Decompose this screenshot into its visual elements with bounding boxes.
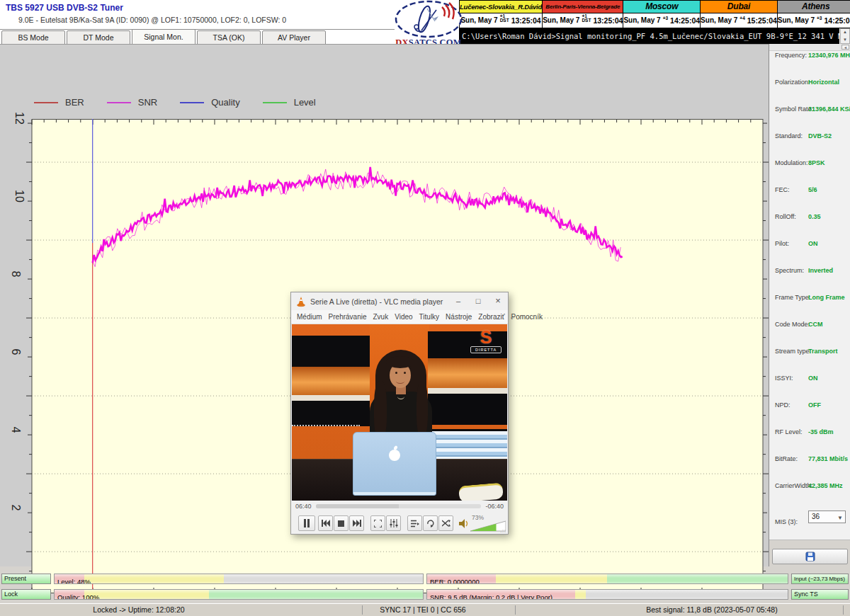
pause-button[interactable] [298,515,315,531]
menu-view[interactable]: Zobraziť [478,313,504,321]
tab-signal-mon[interactable]: Signal Mon. [132,29,196,45]
shuffle-button[interactable] [438,515,453,531]
param-symbol-rate: Symbol Rate:31396,844 KS/s [775,105,847,115]
sidebar-scrollbar[interactable]: ◄ [769,44,850,51]
param-mis: MIS (3): 36 ▼ [775,514,847,527]
legend-label-level: Level [294,97,316,108]
param-issyi: ISSYI:ON [775,375,847,384]
menu-subtitles[interactable]: Titulky [419,313,440,321]
clock-city: Berlin-Paris-Vienna-Belgrade [543,1,623,13]
vlc-window-title: Serie A Live (diretta) - VLC media playe… [310,297,448,306]
param-frequency: Frequency:12340,976 MHz [775,52,847,62]
param-carrier-width: CarrierWidth:42,385 MHz [775,482,847,492]
header-divider [0,29,395,30]
param-fec: FEC:5/6 [775,186,847,196]
loop-button[interactable] [423,515,438,531]
clock-time: 14:25:04 [824,16,850,25]
menu-media[interactable]: Médium [297,313,322,321]
world-clocks: Lučenec-Slovakia_R.Dávid Sun, May 7 +1DS… [459,0,850,28]
mis-selected-value: 36 [812,513,820,520]
menu-audio[interactable]: Zvuk [373,313,389,321]
statusbar-divider [362,605,363,615]
scroll-up-icon[interactable]: ▲ [843,29,847,35]
vlc-titlebar[interactable]: Serie A Live (diretta) - VLC media playe… [291,292,508,310]
clock-date: Sun, May 7 [460,16,497,24]
app-title: TBS 5927 USB DVB-S2 Tuner [6,3,123,13]
uptime-status: Locked -> Uptime: 12:08:20 [93,605,184,614]
tab-tsa[interactable]: TSA (OK) [197,30,261,45]
y-axis-label: 4 [9,427,22,433]
menu-help[interactable]: Pomocník [511,313,542,321]
presenter-smile [396,379,404,384]
video-surface[interactable]: S DIRETTA [292,324,507,501]
menu-video[interactable]: Video [395,313,412,321]
presenter-hair-fringe [386,356,414,368]
legend-line-snr [107,102,131,103]
close-icon[interactable]: × [488,292,508,310]
stop-button[interactable] [334,515,348,531]
menu-tools[interactable]: Nástroje [446,313,472,321]
param-standard: Standard:DVB-S2 [775,132,847,142]
app-window: TBS 5927 USB DVB-S2 Tuner 9.0E - Eutelsa… [0,0,850,616]
y-axis-label: 10 [13,190,26,203]
clock-lucenec: Lučenec-Slovakia_R.Dávid Sun, May 7 +1DS… [460,1,543,28]
presenter-hair-strand [416,381,428,438]
terminal-command-line[interactable]: C:\Users\Roman Dávid>Signal monitoring_P… [459,28,839,44]
param-modulation: Modulation:8PSK [775,159,847,169]
clock-city: Athens [778,1,850,13]
clock-dubai: Dubai Sun, May 7 +4 15:25:04 [701,1,778,28]
statusbar-divider [843,605,844,615]
clock-city: Moscow [623,1,700,13]
seek-slider[interactable] [316,504,482,508]
maximize-icon[interactable]: □ [468,292,488,310]
clock-date: Sun, May 7 [543,16,579,24]
quality-bar: Quality: 100% [54,589,424,600]
terminal-scrollbar[interactable]: ▲ ▼ [840,28,850,44]
chevron-down-icon: ▼ [837,513,843,524]
clock-utc-offset: +4 [740,16,744,21]
resize-grip-icon[interactable]: .:: [500,528,506,533]
param-npd: NPD:OFF [775,401,847,411]
equalizer-icon [390,519,398,527]
minimize-icon[interactable]: – [448,292,468,310]
menu-playback[interactable]: Prehrávanie [329,313,367,321]
settings-button[interactable] [386,515,401,531]
laptop [353,432,436,496]
fullscreen-button[interactable] [370,515,385,531]
studio-led-strip [292,425,360,426]
save-button[interactable] [772,549,848,564]
sidebar-footer [769,540,850,567]
pause-icon [303,519,310,527]
vlc-controls: 73% .:: [291,512,508,535]
speaker-icon[interactable] [459,519,469,528]
tab-dt-mode[interactable]: DT Mode [67,30,130,45]
scroll-down-icon[interactable]: ▼ [843,37,847,43]
tuner-parameters-sidebar: ◄ Frequency:12340,976 MHz Polarization:H… [769,44,850,566]
clock-date: Sun, May 7 [701,16,737,24]
param-rolloff: RollOff:0.35 [775,213,847,223]
studio-screen-left [292,336,370,426]
playlist-button[interactable] [407,515,422,531]
previous-button[interactable] [318,515,333,531]
fullscreen-icon [374,520,382,527]
diretta-badge: DIRETTA [470,346,502,353]
param-spectrum: Spectrum:Inverted [775,267,847,277]
scroll-left-icon[interactable]: ◄ [842,45,849,50]
clock-dst-flag: DST [500,18,509,23]
dxsatcs-logo: DXSATCS.COM [391,0,466,50]
presenter-necklace [397,394,404,399]
vlc-cone-icon [295,296,307,307]
clock-date: Sun, May 7 [623,16,660,24]
mis-dropdown[interactable]: 36 ▼ [808,511,846,523]
sync-ts-badge: Sync TS [791,589,849,600]
level-bar: Level: 48% [54,574,424,584]
tab-bs-mode[interactable]: BS Mode [1,30,65,45]
next-button[interactable] [349,515,364,531]
vlc-menubar: Médium Prehrávanie Zvuk Video Titulky Ná… [291,310,508,324]
stop-icon [338,520,344,527]
tab-bar: BS Mode DT Mode Signal Mon. TSA (OK) AV … [1,30,326,45]
legend-line-ber [34,102,58,103]
tab-av-player[interactable]: AV Player [262,30,326,45]
statusbar-divider [515,605,516,615]
vlc-window: Serie A Live (diretta) - VLC media playe… [290,292,509,535]
